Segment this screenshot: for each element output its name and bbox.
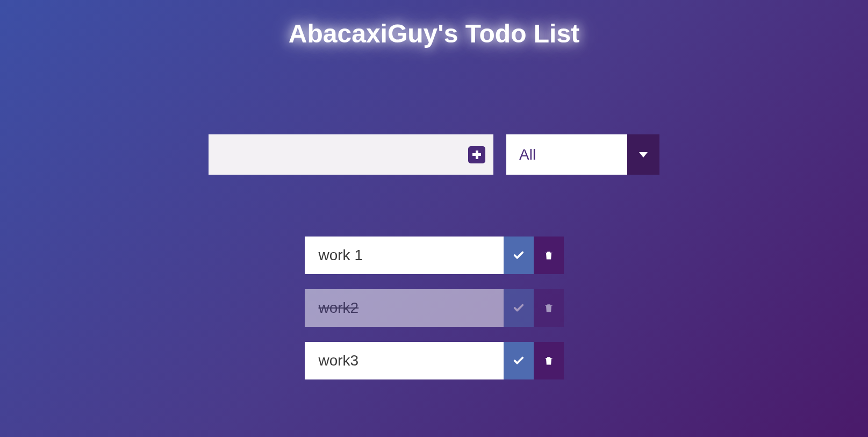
delete-button[interactable] <box>534 342 564 379</box>
complete-button[interactable] <box>504 342 534 379</box>
todo-item: work 1 <box>305 237 564 274</box>
trash-icon <box>543 249 554 261</box>
filter-selected-label: All <box>506 134 627 175</box>
plus-icon <box>468 146 485 163</box>
todo-list: work 1 work2 work3 <box>305 237 564 379</box>
todo-item: work2 <box>305 289 564 327</box>
todo-input-wrap <box>209 134 493 175</box>
trash-icon <box>543 302 554 314</box>
todo-input[interactable] <box>209 134 460 175</box>
input-row: All <box>209 134 659 175</box>
filter-arrow-button[interactable] <box>627 134 659 175</box>
todo-label: work 1 <box>305 237 504 274</box>
filter-select[interactable]: All <box>506 134 659 175</box>
check-icon <box>513 302 525 314</box>
page-title: AbacaxiGuy's Todo List <box>289 19 579 48</box>
chevron-down-icon <box>639 152 648 157</box>
add-button[interactable] <box>460 134 493 175</box>
todo-label: work3 <box>305 342 504 379</box>
todo-label: work2 <box>305 289 504 327</box>
complete-button[interactable] <box>504 289 534 327</box>
delete-button[interactable] <box>534 237 564 274</box>
todo-item: work3 <box>305 342 564 379</box>
check-icon <box>513 355 525 367</box>
check-icon <box>513 249 525 261</box>
complete-button[interactable] <box>504 237 534 274</box>
trash-icon <box>543 355 554 367</box>
delete-button[interactable] <box>534 289 564 327</box>
